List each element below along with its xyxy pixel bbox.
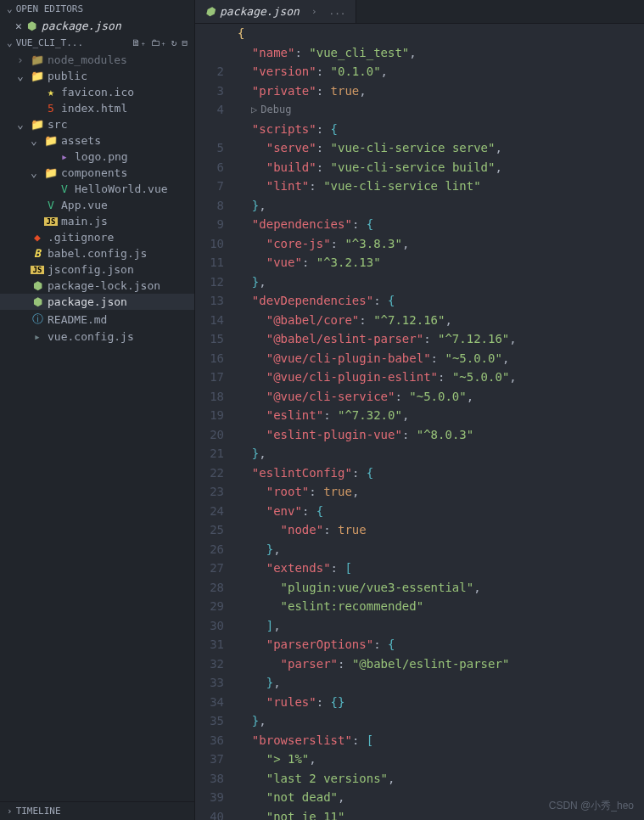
code-line[interactable]: "scripts": {	[238, 120, 644, 139]
code-line[interactable]: },	[238, 711, 644, 731]
line-number: 20	[195, 425, 224, 445]
tree-item-label: index.html	[61, 102, 127, 115]
folder-green-icon: 📁	[31, 53, 44, 66]
code-line[interactable]: "@babel/core": "^7.12.16",	[238, 311, 644, 330]
code-line[interactable]: "eslint-plugin-vue": "^8.0.3"	[238, 425, 644, 445]
tree-item-main-js[interactable]: JSmain.js	[0, 213, 194, 229]
tree-item-label: logo.png	[75, 150, 128, 163]
code-line[interactable]: "parser": "@babel/eslint-parser"	[238, 654, 644, 674]
chevron-right-icon: ›	[7, 806, 13, 817]
tree-item-label: package-lock.json	[48, 279, 160, 292]
tab-package-json[interactable]: ⬢ package.json › ...	[195, 0, 356, 23]
line-number: 28	[195, 578, 224, 598]
code-line[interactable]: "version": "0.1.0",	[238, 62, 644, 81]
line-number: 7	[195, 177, 224, 196]
code-line[interactable]: "eslint:recommended"	[238, 597, 644, 616]
tree-item-jsconfig-json[interactable]: JSjsconfig.json	[0, 261, 194, 278]
code-line[interactable]: "private": true,	[238, 81, 644, 101]
folder-blue-icon: 📁	[44, 166, 58, 179]
open-editors-header[interactable]: ⌄ OPEN EDITORS	[0, 0, 194, 18]
code-line[interactable]: },	[238, 196, 644, 216]
collapse-icon[interactable]: ⊟	[182, 37, 188, 48]
code-line[interactable]: "> 1%",	[238, 750, 644, 769]
debug-codelens[interactable]: ▷Debug	[238, 100, 644, 120]
code-line[interactable]: },	[238, 444, 644, 463]
code-line[interactable]: "eslint": "^7.32.0",	[238, 406, 644, 425]
project-header[interactable]: ⌄ VUE_CLI_T... 🗎₊ 🗀₊ ↻ ⊟	[0, 34, 194, 52]
folder-blue-icon: 📁	[44, 134, 58, 147]
line-number: 12	[195, 272, 224, 292]
code-line[interactable]: "lint": "vue-cli-service lint"	[238, 177, 644, 196]
tree-item-index-html[interactable]: 5index.html	[0, 100, 194, 116]
code-line[interactable]: "parserOptions": {	[238, 635, 644, 654]
tree-item-logo-png[interactable]: ▸logo.png	[0, 149, 194, 165]
tree-item-readme-md[interactable]: ⓘREADME.md	[0, 310, 194, 329]
new-file-icon[interactable]: 🗎₊	[132, 37, 147, 48]
code-line[interactable]: "eslintConfig": {	[238, 463, 644, 483]
chevron-down-icon: ⌄	[31, 134, 41, 147]
code-line[interactable]: "build": "vue-cli-service build",	[238, 158, 644, 177]
code-area[interactable]: 2345678910111213141516171819202122232425…	[195, 24, 644, 820]
code-line[interactable]: "root": true,	[238, 482, 644, 502]
tree-item-helloworld-vue[interactable]: VHelloWorld.vue	[0, 181, 194, 197]
open-editor-item[interactable]: ✕ ⬢ package.json	[0, 18, 194, 34]
line-number: 4	[195, 100, 224, 120]
code-line[interactable]: "last 2 versions",	[238, 769, 644, 789]
vue-icon: V	[44, 199, 58, 211]
tree-item-app-vue[interactable]: VApp.vue	[0, 197, 194, 213]
line-gutter: 2345678910111213141516171819202122232425…	[195, 24, 238, 820]
line-number: 10	[195, 234, 224, 254]
tree-item-public[interactable]: ⌄📁public	[0, 68, 194, 84]
tree-item--gitignore[interactable]: ◆.gitignore	[0, 229, 194, 245]
new-folder-icon[interactable]: 🗀₊	[151, 37, 166, 48]
tree-item-package-lock-json[interactable]: ⬢package-lock.json	[0, 278, 194, 294]
code-line[interactable]: ],	[238, 616, 644, 636]
line-number: 21	[195, 444, 224, 463]
code-line[interactable]: "node": true	[238, 520, 644, 540]
npm-icon: ⬢	[27, 20, 36, 32]
close-icon[interactable]: ✕	[15, 20, 22, 32]
open-editor-filename: package.json	[42, 20, 121, 32]
code-line[interactable]: },	[238, 673, 644, 693]
tree-item-package-json[interactable]: ⬢package.json	[0, 294, 194, 310]
code-line[interactable]: "serve": "vue-cli-service serve",	[238, 138, 644, 158]
tree-item-node-modules[interactable]: ›📁node_modules	[0, 52, 194, 68]
tree-item-babel-config-js[interactable]: Bbabel.config.js	[0, 245, 194, 261]
line-number: 13	[195, 291, 224, 311]
tree-item-assets[interactable]: ⌄📁assets	[0, 132, 194, 149]
code-line[interactable]: "@vue/cli-service": "~5.0.0",	[238, 387, 644, 407]
tree-item-components[interactable]: ⌄📁components	[0, 165, 194, 181]
code-line[interactable]: "extends": [	[238, 559, 644, 578]
code-line[interactable]: },	[238, 272, 644, 292]
code-content[interactable]: { "name": "vue_cli_test", "version": "0.…	[238, 24, 644, 820]
code-line[interactable]: "name": "vue_cli_test",	[238, 43, 644, 63]
tree-item-vue-config-js[interactable]: ▸vue.config.js	[0, 329, 194, 345]
tree-item-favicon-ico[interactable]: ★favicon.ico	[0, 84, 194, 100]
code-line[interactable]: "vue": "^3.2.13"	[238, 253, 644, 272]
tree-item-label: favicon.ico	[61, 86, 134, 98]
tree-item-label: main.js	[61, 215, 108, 227]
code-line[interactable]: "browserslist": [	[238, 731, 644, 750]
tree-item-label: App.vue	[61, 199, 108, 211]
line-number: 15	[195, 329, 224, 349]
code-line[interactable]: "core-js": "^3.8.3",	[238, 234, 644, 254]
code-line[interactable]: "@babel/eslint-parser": "^7.12.16",	[238, 329, 644, 349]
code-line[interactable]: "devDependencies": {	[238, 291, 644, 311]
line-number: 14	[195, 311, 224, 330]
code-line[interactable]: "@vue/cli-plugin-babel": "~5.0.0",	[238, 349, 644, 368]
tree-item-label: public	[48, 70, 87, 82]
refresh-icon[interactable]: ↻	[171, 37, 177, 48]
breadcrumb-more[interactable]: ...	[322, 6, 346, 17]
line-number: 35	[195, 711, 224, 731]
watermark-text: CSDN @小秀_heo	[549, 799, 634, 813]
code-line[interactable]: },	[238, 540, 644, 559]
code-line[interactable]: "dependencies": {	[238, 215, 644, 234]
timeline-header[interactable]: › TIMELINE	[0, 801, 194, 820]
tree-item-src[interactable]: ⌄📁src	[0, 116, 194, 132]
code-line[interactable]: "env": {	[238, 502, 644, 521]
tree-item-label: jsconfig.json	[48, 263, 134, 276]
line-number: 38	[195, 769, 224, 789]
code-line[interactable]: "@vue/cli-plugin-eslint": "~5.0.0",	[238, 368, 644, 387]
code-line[interactable]: "plugin:vue/vue3-essential",	[238, 578, 644, 598]
code-line[interactable]: "rules": {}	[238, 693, 644, 712]
